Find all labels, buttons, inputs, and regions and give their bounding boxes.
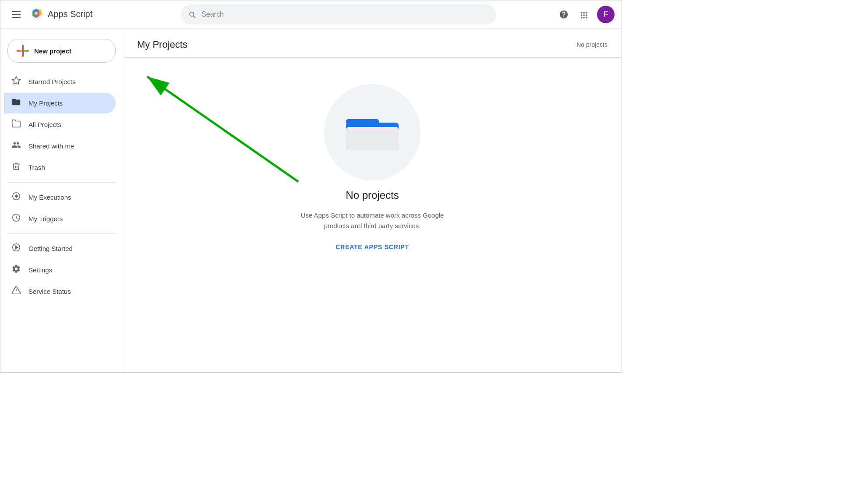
sidebar-item-getting-started[interactable]: Getting Started	[4, 238, 116, 259]
header-left: Apps Script	[7, 6, 174, 23]
folder-open-icon	[11, 119, 21, 130]
help-icon	[559, 10, 569, 19]
nav-divider-2	[7, 233, 116, 234]
warning-icon	[11, 285, 21, 297]
no-projects-header-label: No projects	[576, 41, 608, 48]
sidebar-item-all-projects[interactable]: All Projects	[4, 114, 116, 135]
logo-area: Apps Script	[30, 7, 92, 21]
main-header: My Projects No projects	[123, 28, 622, 58]
clock-icon	[11, 213, 21, 225]
people-icon	[11, 140, 21, 152]
sidebar-item-settings-label: Settings	[28, 266, 52, 274]
sidebar-item-all-projects-label: All Projects	[28, 121, 61, 128]
star-icon	[11, 76, 21, 88]
executions-icon	[11, 191, 21, 203]
nav-section-tools: My Executions My Triggers	[0, 187, 123, 229]
search-input[interactable]	[201, 11, 489, 18]
plus-icon	[17, 45, 29, 57]
header-right: F	[555, 6, 615, 23]
apps-script-logo	[30, 7, 44, 21]
search-bar[interactable]	[181, 4, 496, 25]
sidebar-item-shared-label: Shared with me	[28, 142, 74, 150]
search-icon	[188, 10, 196, 19]
nav-divider-1	[7, 182, 116, 183]
help-button[interactable]	[555, 6, 572, 23]
folder-icon	[11, 97, 21, 109]
sidebar-item-my-projects-label: My Projects	[28, 99, 63, 107]
empty-folder-illustration	[324, 84, 420, 180]
grid-button[interactable]	[576, 6, 594, 23]
empty-subtitle: Use Apps Script to automate work across …	[289, 210, 456, 231]
folder-svg	[344, 110, 401, 154]
sidebar-item-triggers[interactable]: My Triggers	[4, 208, 116, 229]
new-project-button[interactable]: New project	[7, 39, 116, 63]
grid-icon	[580, 10, 590, 19]
main-layout: New project Starred Projects My	[0, 28, 622, 373]
svg-point-4	[35, 12, 38, 15]
sidebar-item-my-projects[interactable]: My Projects	[4, 93, 116, 113]
sidebar-item-shared[interactable]: Shared with me	[4, 136, 116, 156]
sidebar: New project Starred Projects My	[0, 28, 123, 373]
hamburger-button[interactable]	[7, 6, 25, 23]
app-header: Apps Script F	[0, 0, 622, 28]
hamburger-icon	[8, 7, 24, 21]
sidebar-item-trash-label: Trash	[28, 164, 45, 171]
sidebar-item-getting-started-label: Getting Started	[28, 245, 73, 252]
empty-title: No projects	[346, 189, 399, 201]
svg-rect-15	[346, 127, 399, 150]
sidebar-item-executions-label: My Executions	[28, 194, 71, 201]
sidebar-item-starred[interactable]: Starred Projects	[4, 71, 116, 92]
empty-state: No projects Use Apps Script to automate …	[123, 58, 622, 280]
sidebar-item-triggers-label: My Triggers	[28, 215, 63, 222]
svg-marker-10	[15, 246, 18, 249]
sidebar-item-starred-label: Starred Projects	[28, 78, 76, 85]
nav-section-projects: Starred Projects My Projects All P	[0, 71, 123, 178]
nav-section-misc: Getting Started Settings	[0, 238, 123, 302]
gear-icon	[11, 264, 21, 276]
sidebar-item-service-status[interactable]: Service Status	[4, 281, 116, 302]
sidebar-item-service-status-label: Service Status	[28, 288, 71, 295]
svg-marker-5	[12, 77, 20, 84]
sidebar-item-settings[interactable]: Settings	[4, 260, 116, 280]
main-content: My Projects No projects No projects Use …	[123, 28, 622, 373]
sidebar-item-trash[interactable]: Trash	[4, 157, 116, 178]
create-apps-script-button[interactable]: CREATE APPS SCRIPT	[336, 240, 409, 254]
sidebar-item-executions[interactable]: My Executions	[4, 187, 116, 208]
trash-icon	[11, 162, 21, 173]
app-title: Apps Script	[48, 9, 92, 19]
play-icon	[11, 243, 21, 254]
svg-point-7	[15, 195, 17, 197]
new-project-label: New project	[34, 47, 71, 55]
avatar[interactable]: F	[597, 6, 615, 23]
page-title: My Projects	[137, 39, 187, 50]
